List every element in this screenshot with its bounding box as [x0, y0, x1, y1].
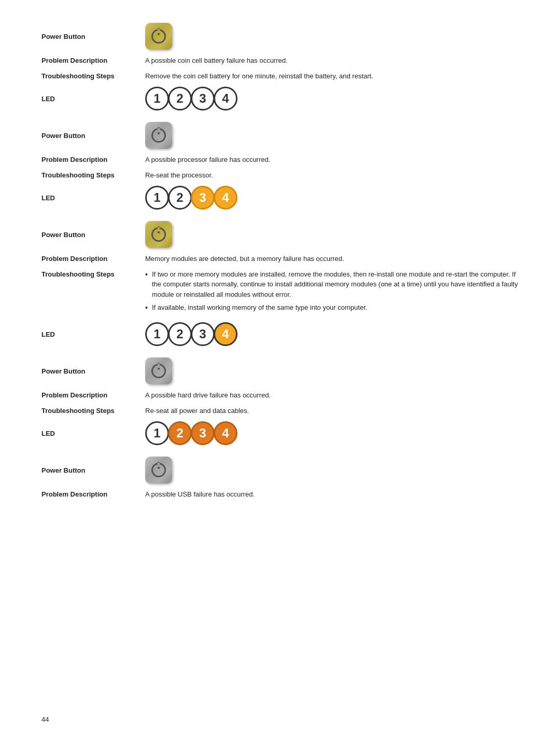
- problem-label-5: Problem Description: [41, 489, 145, 498]
- section-2: Power Button Problem Description A possi…: [41, 120, 519, 212]
- troubleshooting-row-3: Troubleshooting Steps If two or more mem…: [41, 268, 519, 319]
- power-button-row-5: Power Button: [41, 454, 519, 486]
- led-2-1: 1: [145, 186, 169, 210]
- led-row-1: LED 1 2 3 4: [41, 85, 519, 113]
- led-2-4: 4: [214, 186, 237, 210]
- led-1-2: 2: [168, 87, 192, 111]
- led-label-3: LED: [41, 330, 145, 338]
- section-1: Power Button Problem Description A possi…: [41, 21, 519, 113]
- power-symbol-1: [151, 29, 166, 44]
- section-4: Power Button Problem Description A possi…: [41, 355, 519, 447]
- led-1-4: 4: [214, 87, 237, 111]
- troubleshooting-label-1: Troubleshooting Steps: [41, 71, 145, 80]
- problem-text-5: A possible USB failure has occurred.: [145, 489, 519, 500]
- led-icons-2: 1 2 3 4: [145, 186, 236, 210]
- problem-row-1: Problem Description A possible coin cell…: [41, 54, 519, 67]
- bullet-item-3-1: If two or more memory modules are instal…: [145, 269, 519, 300]
- power-button-icon-5: [145, 457, 172, 484]
- troubleshooting-row-1: Troubleshooting Steps Remove the coin ce…: [41, 70, 519, 83]
- troubleshooting-bullets-3: If two or more memory modules are instal…: [145, 269, 519, 317]
- power-button-row-4: Power Button: [41, 355, 519, 387]
- led-label-4: LED: [41, 430, 145, 437]
- power-button-label-1: Power Button: [41, 33, 145, 40]
- problem-text-2: A possible processor failure has occurre…: [145, 155, 519, 165]
- troubleshooting-text-4: Re-seat all power and data cables.: [145, 406, 519, 416]
- led-4-4: 4: [214, 421, 237, 445]
- led-3-2: 2: [168, 322, 192, 346]
- problem-text-4: A possible hard drive failure has occurr…: [145, 390, 519, 401]
- problem-row-2: Problem Description A possible processor…: [41, 153, 519, 167]
- power-button-label-4: Power Button: [41, 367, 145, 375]
- led-3-3: 3: [191, 322, 215, 346]
- troubleshooting-label-2: Troubleshooting Steps: [41, 170, 145, 179]
- problem-label-3: Problem Description: [41, 254, 145, 263]
- led-4-2: 2: [168, 421, 192, 445]
- led-label-2: LED: [41, 194, 145, 202]
- troubleshooting-text-1: Remove the coin cell battery for one min…: [145, 71, 519, 81]
- bullet-list-3: If two or more memory modules are instal…: [145, 269, 519, 314]
- led-3-4: 4: [214, 322, 237, 346]
- power-button-row-1: Power Button: [41, 21, 519, 52]
- power-button-label-3: Power Button: [41, 231, 145, 239]
- power-button-icon-3: [145, 221, 172, 248]
- power-symbol-5: [151, 463, 166, 477]
- led-2-3: 3: [191, 186, 215, 210]
- led-icons-1: 1 2 3 4: [145, 87, 236, 111]
- power-symbol-3: [151, 227, 166, 242]
- power-symbol-2: [151, 128, 166, 143]
- power-button-row-2: Power Button: [41, 120, 519, 151]
- led-row-2: LED 1 2 3 4: [41, 184, 519, 212]
- problem-row-3: Problem Description Memory modules are d…: [41, 252, 519, 266]
- led-label-1: LED: [41, 95, 145, 103]
- troubleshooting-row-2: Troubleshooting Steps Re-seat the proces…: [41, 169, 519, 182]
- problem-label-4: Problem Description: [41, 390, 145, 399]
- power-button-row-3: Power Button: [41, 219, 519, 250]
- troubleshooting-label-3: Troubleshooting Steps: [41, 269, 145, 278]
- led-4-3: 3: [191, 421, 215, 445]
- power-button-icon-4: [145, 357, 172, 384]
- bullet-text-3-1: If two or more memory modules are instal…: [152, 269, 519, 300]
- bullet-text-3-2: If available, install working memory of …: [152, 302, 367, 313]
- led-4-1: 1: [145, 421, 169, 445]
- problem-text-3: Memory modules are detected, but a memor…: [145, 254, 519, 264]
- problem-text-1: A possible coin cell battery failure has…: [145, 56, 519, 66]
- led-3-1: 1: [145, 322, 169, 346]
- led-1-1: 1: [145, 87, 169, 111]
- power-button-label-5: Power Button: [41, 466, 145, 474]
- troubleshooting-text-2: Re-seat the processor.: [145, 170, 519, 181]
- troubleshooting-label-4: Troubleshooting Steps: [41, 406, 145, 415]
- problem-row-5: Problem Description A possible USB failu…: [41, 488, 519, 501]
- problem-label-1: Problem Description: [41, 56, 145, 64]
- problem-label-2: Problem Description: [41, 155, 145, 163]
- bullet-item-3-2: If available, install working memory of …: [145, 302, 519, 313]
- led-2-2: 2: [168, 186, 192, 210]
- power-button-label-2: Power Button: [41, 132, 145, 140]
- troubleshooting-row-4: Troubleshooting Steps Re-seat all power …: [41, 404, 519, 418]
- problem-row-4: Problem Description A possible hard driv…: [41, 389, 519, 402]
- section-3: Power Button Problem Description Memory …: [41, 219, 519, 348]
- power-symbol-4: [151, 364, 166, 378]
- led-icons-3: 1 2 3 4: [145, 322, 236, 346]
- power-button-icon-2: [145, 122, 172, 149]
- page-number: 44: [41, 715, 49, 723]
- led-icons-4: 1 2 3 4: [145, 421, 236, 445]
- led-row-3: LED 1 2 3 4: [41, 320, 519, 348]
- led-row-4: LED 1 2 3 4: [41, 419, 519, 447]
- section-5: Power Button Problem Description A possi…: [41, 454, 519, 501]
- power-button-icon-1: [145, 23, 172, 50]
- led-1-3: 3: [191, 87, 215, 111]
